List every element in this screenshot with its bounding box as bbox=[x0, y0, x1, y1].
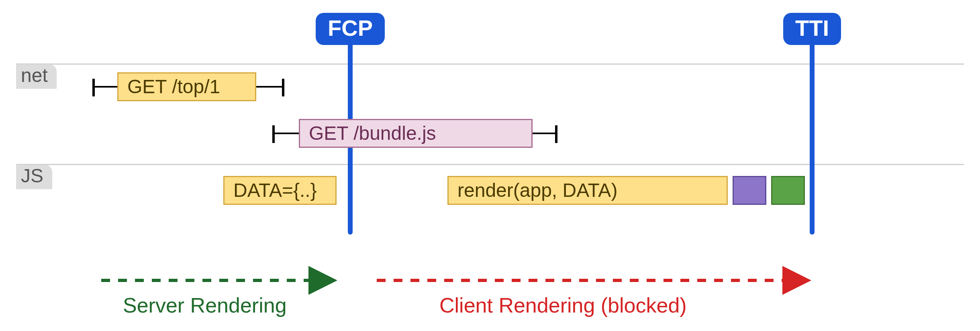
lane-divider bbox=[16, 164, 964, 165]
js-task-purple bbox=[733, 176, 766, 205]
phase-label-client: Client Rendering (blocked) bbox=[439, 293, 687, 317]
net-req1: GET /top/1 bbox=[117, 72, 256, 101]
phase-arrow-client bbox=[377, 276, 811, 284]
marker-tti: TTI bbox=[810, 19, 815, 235]
lane-label-js: JS bbox=[16, 165, 52, 189]
net-req2: GET /bundle.js bbox=[299, 119, 533, 148]
phase-label-server: Server Rendering bbox=[123, 293, 287, 317]
lane-label-net: net bbox=[16, 64, 57, 89]
js-task-green bbox=[771, 176, 805, 205]
phase-arrow-server bbox=[101, 276, 337, 284]
js-data: DATA={..} bbox=[223, 176, 337, 205]
js-render: render(app, DATA) bbox=[447, 176, 728, 205]
marker-fcp-label: FCP bbox=[316, 13, 385, 45]
lane-divider bbox=[16, 63, 964, 65]
marker-tti-label: TTI bbox=[783, 13, 841, 45]
rendering-timeline-diagram: net JS FCP TTI GET /top/1 GET /bundle.js… bbox=[0, 0, 980, 331]
js-data-label: DATA={..} bbox=[233, 181, 317, 200]
net-req2-label: GET /bundle.js bbox=[309, 124, 436, 143]
js-render-label: render(app, DATA) bbox=[457, 181, 617, 200]
net-req1-label: GET /top/1 bbox=[127, 77, 220, 96]
